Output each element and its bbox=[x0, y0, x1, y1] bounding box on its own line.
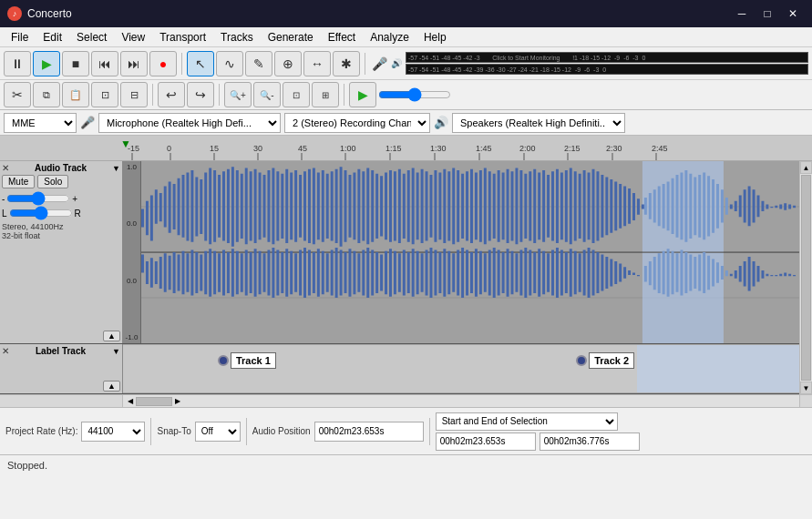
mute-button[interactable]: Mute bbox=[2, 175, 35, 188]
label-track-close-button[interactable]: ✕ bbox=[2, 346, 9, 356]
draw-tool-button[interactable]: ✎ bbox=[245, 51, 272, 76]
menu-effect[interactable]: Effect bbox=[321, 29, 363, 46]
tracks-main-area: ✕ Audio Track ▼ Mute Solo - + L bbox=[0, 161, 799, 394]
speed-slider[interactable] bbox=[378, 88, 451, 101]
menu-analyze[interactable]: Analyze bbox=[363, 29, 416, 46]
svg-rect-122 bbox=[551, 171, 554, 240]
pan-slider[interactable] bbox=[9, 207, 73, 219]
redo-button[interactable]: ↪ bbox=[187, 82, 214, 107]
status-text: Stopped. bbox=[7, 460, 47, 471]
envelope-tool-button[interactable]: ∿ bbox=[216, 51, 243, 76]
play-button[interactable]: ▶ bbox=[33, 51, 60, 76]
stop-button[interactable]: ■ bbox=[62, 51, 89, 76]
menu-generate[interactable]: Generate bbox=[261, 29, 321, 46]
audio-track-waveform[interactable]: 1.0 0.0 0.0 -1.0 bbox=[123, 161, 799, 343]
pause-button[interactable]: ⏸ bbox=[4, 51, 31, 76]
minimize-button[interactable]: ─ bbox=[730, 4, 754, 24]
svg-rect-309 bbox=[735, 270, 737, 279]
svg-rect-165 bbox=[744, 189, 746, 222]
solo-button[interactable]: Solo bbox=[37, 175, 68, 188]
svg-rect-86 bbox=[389, 170, 392, 242]
label-collapse-button[interactable]: ▲ bbox=[103, 381, 120, 392]
h-scroll-thumb[interactable] bbox=[136, 397, 172, 406]
silence-button[interactable]: ⊟ bbox=[120, 82, 148, 107]
h-scroll-track[interactable]: ◀ ▶ bbox=[123, 395, 799, 407]
scroll-thumb[interactable] bbox=[801, 175, 811, 381]
record-button[interactable]: ● bbox=[149, 51, 177, 76]
label-track1-text[interactable]: Track 1 bbox=[231, 352, 276, 369]
transport-toolbar: ⏸ ▶ ■ ⏮ ⏭ ● ↖ ∿ ✎ ⊕ ↔ ✱ 🎤 🔊 -57 -54 -51 … bbox=[0, 47, 812, 80]
select-tool-button[interactable]: ↖ bbox=[187, 51, 214, 76]
rewind-button[interactable]: ⏮ bbox=[91, 51, 118, 76]
track-dropdown-button[interactable]: ▼ bbox=[112, 164, 120, 173]
undo-button[interactable]: ↩ bbox=[158, 82, 185, 107]
menu-transport[interactable]: Transport bbox=[152, 29, 213, 46]
menu-help[interactable]: Help bbox=[416, 29, 454, 46]
svg-rect-259 bbox=[507, 249, 509, 297]
svg-rect-267 bbox=[542, 251, 545, 295]
forward-button[interactable]: ⏭ bbox=[120, 51, 148, 76]
svg-rect-280 bbox=[601, 255, 603, 291]
zoom-out-button[interactable]: 🔍- bbox=[253, 82, 281, 107]
svg-rect-79 bbox=[357, 169, 360, 243]
project-rate-select[interactable]: 44100 bbox=[81, 422, 145, 442]
multi-tool-button[interactable]: ✱ bbox=[333, 51, 360, 76]
paste-button[interactable]: 📋 bbox=[62, 82, 89, 107]
timeshift-tool-button[interactable]: ↔ bbox=[303, 51, 331, 76]
gain-slider[interactable] bbox=[6, 192, 70, 205]
collapse-button[interactable]: ▲ bbox=[103, 331, 120, 341]
sel-start-input[interactable] bbox=[436, 432, 536, 451]
scroll-left-button[interactable]: ◀ bbox=[125, 397, 136, 405]
scroll-down-button[interactable]: ▼ bbox=[800, 382, 812, 394]
svg-rect-35 bbox=[159, 193, 162, 221]
svg-rect-190 bbox=[195, 252, 198, 293]
audio-host-select[interactable]: MME bbox=[4, 113, 77, 133]
svg-rect-56 bbox=[254, 169, 257, 243]
menu-select[interactable]: Select bbox=[69, 29, 114, 46]
snap-to-select[interactable]: Off bbox=[195, 422, 241, 442]
output-device-select[interactable]: Speakers (Realtek High Definiti... bbox=[452, 113, 625, 133]
svg-rect-227 bbox=[362, 250, 365, 296]
menu-tracks[interactable]: Tracks bbox=[213, 29, 261, 46]
track-close-button[interactable]: ✕ bbox=[2, 163, 9, 173]
close-button[interactable]: ✕ bbox=[781, 4, 805, 24]
label-track2-text[interactable]: Track 2 bbox=[589, 352, 634, 369]
zoom-sel-button[interactable]: ⊡ bbox=[283, 82, 310, 107]
svg-rect-119 bbox=[538, 173, 540, 240]
svg-rect-236 bbox=[403, 250, 406, 296]
copy-button[interactable]: ⧉ bbox=[33, 82, 60, 107]
project-rate-group: Project Rate (Hz): 44100 bbox=[5, 422, 145, 442]
label-track-content[interactable]: Track 1 Track 2 bbox=[123, 344, 799, 393]
scroll-right-button[interactable]: ▶ bbox=[172, 397, 183, 405]
selection-type-select[interactable]: Start and End of Selection bbox=[436, 412, 618, 431]
menu-file[interactable]: File bbox=[4, 29, 36, 46]
maximize-button[interactable]: □ bbox=[755, 4, 779, 24]
trim-button[interactable]: ⊡ bbox=[91, 82, 118, 107]
menu-edit[interactable]: Edit bbox=[36, 29, 69, 46]
svg-rect-140 bbox=[632, 193, 635, 220]
cut-button[interactable]: ✂ bbox=[4, 82, 31, 107]
zoom-tool-button[interactable]: ⊕ bbox=[274, 51, 302, 76]
svg-rect-321 bbox=[788, 274, 791, 277]
svg-rect-103 bbox=[466, 171, 468, 240]
svg-rect-42 bbox=[190, 170, 193, 242]
vertical-scrollbar[interactable]: ▲ ▼ bbox=[799, 161, 812, 394]
play-at-speed-button[interactable]: ▶ bbox=[349, 82, 376, 107]
timeline-ruler[interactable]: ▼ -15 0 15 30 45 1:00 1:15 1:30 1:45 2:0… bbox=[0, 136, 812, 161]
label-track-dropdown-button[interactable]: ▼ bbox=[112, 347, 120, 356]
gain-max-label: + bbox=[72, 194, 77, 204]
input-device-select[interactable]: Microphone (Realtek High Defi... bbox=[98, 113, 281, 133]
zoom-in-button[interactable]: 🔍+ bbox=[224, 82, 252, 107]
zoom-fit-button[interactable]: ⊞ bbox=[312, 82, 339, 107]
svg-rect-289 bbox=[644, 266, 647, 282]
scroll-up-button[interactable]: ▲ bbox=[800, 161, 812, 174]
channels-select[interactable]: 2 (Stereo) Recording Channels bbox=[284, 113, 430, 133]
svg-rect-126 bbox=[570, 168, 572, 245]
svg-rect-31 bbox=[141, 209, 144, 228]
svg-rect-311 bbox=[744, 261, 746, 287]
menu-view[interactable]: View bbox=[114, 29, 152, 46]
audio-position-input[interactable] bbox=[314, 422, 424, 442]
svg-rect-258 bbox=[502, 252, 505, 293]
svg-rect-268 bbox=[547, 253, 550, 292]
sel-end-input[interactable] bbox=[540, 432, 640, 451]
